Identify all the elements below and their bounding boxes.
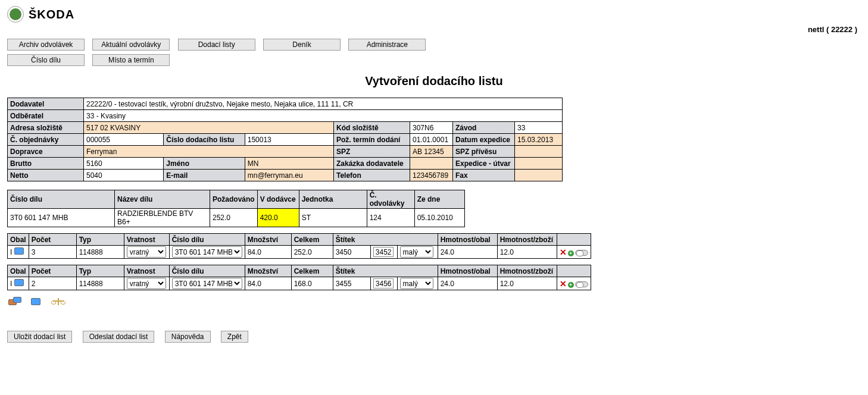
add-row-icon[interactable]: + [568, 250, 574, 256]
lbl-order-no: Č. objednávky [8, 134, 84, 146]
cell-stitek-size[interactable]: malý [397, 277, 438, 290]
hdr-in-delivery: V dodávce [257, 190, 299, 209]
cell-stitek-b[interactable] [370, 246, 397, 259]
select-cislo-dilu[interactable]: 3T0 601 147 MHB [172, 278, 242, 289]
val-order-no: 000055 [84, 134, 164, 146]
select-vratnost[interactable]: vratný [127, 246, 166, 258]
val-carrier: Ferryman [84, 146, 334, 158]
cell-requested: 252.0 [210, 209, 258, 227]
hdr-obal: Obal [8, 265, 29, 277]
part-table: Číslo dílu Název dílu Požadováno V dodáv… [7, 190, 465, 227]
sub-nav: Číslo dílu Místo a termín [7, 54, 861, 66]
lbl-wh-code: Kód složiště [334, 122, 410, 134]
cell-actions: ✕+ [557, 277, 591, 290]
hdr-mnozstvi: Množství [245, 265, 291, 277]
tool-row [8, 296, 861, 307]
val-wh-code: 307N6 [410, 122, 453, 134]
main-nav: Archiv odvolávek Aktuální odvolávky Doda… [7, 39, 861, 51]
val-trailer-spz [515, 146, 563, 158]
delete-row-icon[interactable]: ✕ [560, 247, 567, 257]
cell-hm-obal[interactable]: 24.0 [438, 246, 497, 259]
toggle-icon[interactable] [575, 250, 588, 256]
select-stitek-size[interactable]: malý [400, 246, 433, 258]
cell-mnozstvi[interactable]: 84.0 [245, 277, 291, 290]
packages-icon[interactable] [8, 297, 20, 306]
val-supplier-order [410, 158, 453, 170]
hdr-hm-obal: Hmotnost/obal [438, 265, 497, 277]
val-ship-date: 15.03.2013 [515, 134, 563, 146]
single-package-icon[interactable] [31, 298, 40, 305]
cell-stitek-size[interactable]: malý [397, 246, 438, 259]
cell-hm-obal[interactable]: 24.0 [438, 277, 497, 290]
lbl-netto: Netto [8, 170, 84, 181]
val-req-date: 01.01.0001 [410, 134, 453, 146]
select-vratnost[interactable]: vratný [127, 278, 166, 289]
hdr-from-date: Ze dne [414, 190, 464, 209]
input-stitek-b[interactable] [373, 247, 394, 257]
select-stitek-size[interactable]: malý [400, 278, 433, 289]
scale-icon[interactable] [51, 296, 65, 307]
hdr-celkem: Celkem [291, 234, 333, 246]
cell-in-delivery: 420.0 [257, 209, 299, 227]
help-button[interactable]: Nápověda [165, 331, 211, 343]
packaging-table-1: Obal Počet Typ Vratnost Číslo dílu Množs… [7, 233, 591, 259]
save-button[interactable]: Uložit dodací list [7, 331, 72, 343]
cell-stitek-a[interactable]: 3450 [333, 246, 370, 259]
cell-vratnost[interactable]: vratný [124, 246, 169, 259]
lbl-spz: SPZ [334, 146, 410, 158]
send-button[interactable]: Odeslat dodací list [83, 331, 155, 343]
cell-stitek-a[interactable]: 3455 [333, 277, 370, 290]
brand-name: ŠKODA [29, 8, 74, 21]
val-netto: 5040 [84, 170, 164, 181]
cell-mnozstvi[interactable]: 84.0 [245, 246, 291, 259]
user-display: nettl ( 22222 ) [7, 25, 857, 34]
lbl-trailer-spz: SPZ přívěsu [453, 146, 515, 158]
package-icon [14, 279, 24, 286]
cell-typ[interactable]: 114888 [76, 246, 124, 259]
hdr-pocet: Počet [29, 265, 76, 277]
back-button[interactable]: Zpět [221, 331, 248, 343]
val-dn-no: 150013 [245, 134, 333, 146]
hdr-stitek: Štítek [333, 265, 438, 277]
cell-cislo-dilu[interactable]: 3T0 601 147 MHB [169, 246, 245, 259]
cell-cislo-dilu[interactable]: 3T0 601 147 MHB [169, 277, 245, 290]
hdr-vratnost: Vratnost [124, 265, 169, 277]
cell-part-no: 3T0 601 147 MHB [8, 209, 115, 227]
input-stitek-b[interactable] [373, 278, 394, 289]
hdr-hm-obal: Hmotnost/obal [438, 234, 497, 246]
cell-unit: ST [299, 209, 367, 227]
nav-diary[interactable]: Deník [263, 39, 341, 51]
cell-stitek-b[interactable] [370, 277, 397, 290]
nav-place-date[interactable]: Místo a termín [92, 54, 170, 66]
delete-row-icon[interactable]: ✕ [560, 279, 567, 289]
hdr-part-no: Číslo dílu [8, 190, 115, 209]
hdr-part-name: Název dílu [115, 190, 210, 209]
cell-hm-zbozi[interactable]: 12.0 [497, 246, 557, 259]
nav-current[interactable]: Aktuální odvolávky [92, 39, 170, 51]
select-cislo-dilu[interactable]: 3T0 601 147 MHB [172, 246, 242, 258]
cell-typ[interactable]: 114888 [76, 277, 124, 290]
toggle-icon[interactable] [575, 281, 588, 287]
lbl-wh-addr: Adresa složiště [8, 122, 84, 134]
add-row-icon[interactable]: + [568, 282, 574, 288]
info-table: Dodavatel 22222/0 - testovací testík, vý… [7, 98, 563, 181]
nav-delivery[interactable]: Dodací listy [178, 39, 255, 51]
nav-part-no[interactable]: Číslo dílu [7, 54, 85, 66]
hdr-typ: Typ [76, 265, 124, 277]
cell-vratnost[interactable]: vratný [124, 277, 169, 290]
lbl-supplier-order: Zakázka dodavatele [334, 158, 410, 170]
cell-pocet[interactable]: 3 [29, 246, 76, 259]
cell-hm-zbozi[interactable]: 12.0 [497, 277, 557, 290]
packaging-table-2: Obal Počet Typ Vratnost Číslo dílu Množs… [7, 265, 591, 290]
nav-admin[interactable]: Administrace [348, 39, 426, 51]
hdr-unit: Jednotka [299, 190, 367, 209]
hdr-requested: Požadováno [210, 190, 258, 209]
nav-archive[interactable]: Archiv odvolávek [7, 39, 85, 51]
val-phone: 123456789 [410, 170, 453, 181]
lbl-ship-dept: Expedice - útvar [453, 158, 515, 170]
hdr-vratnost: Vratnost [124, 234, 169, 246]
cell-celkem: 252.0 [291, 246, 333, 259]
cell-pocet[interactable]: 2 [29, 277, 76, 290]
hdr-actions [557, 265, 591, 277]
hdr-pocet: Počet [29, 234, 76, 246]
